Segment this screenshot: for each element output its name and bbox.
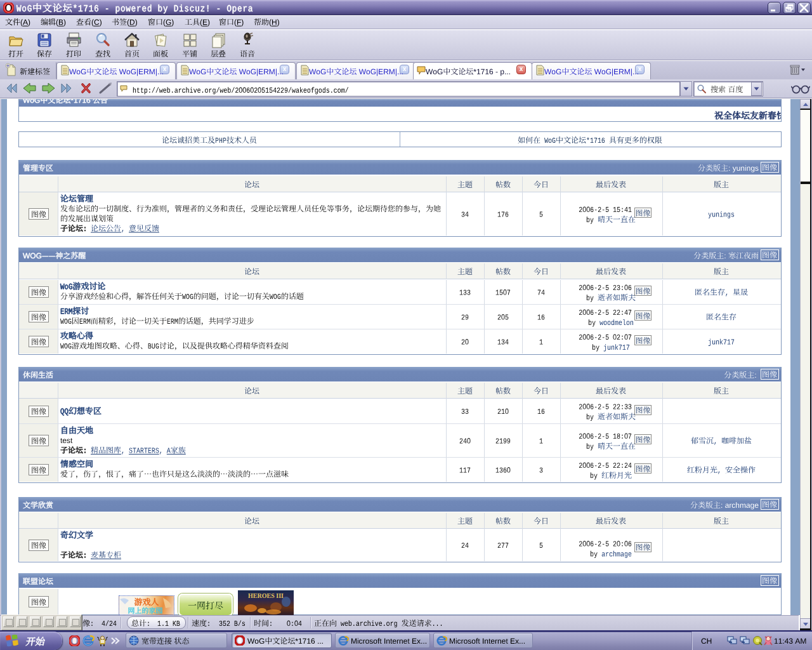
svg-text:HEROES III: HEROES III — [248, 592, 284, 599]
